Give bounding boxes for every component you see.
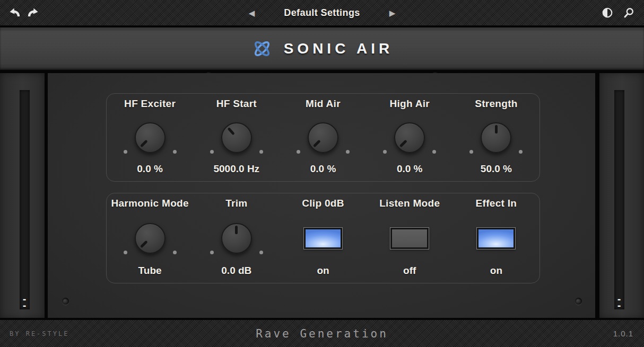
- knob-max-dot: [259, 150, 263, 154]
- knob-pointer: [495, 125, 498, 134]
- control-listen-mode: Listen Mode off: [367, 193, 453, 283]
- hf-exciter-knob[interactable]: [135, 122, 166, 153]
- main-panel: HF Exciter 0.0 % HF Start: [48, 73, 595, 318]
- control-value: 50.0 %: [481, 163, 512, 176]
- preset-prev-button[interactable]: ◀: [249, 9, 255, 17]
- knob-pointer: [235, 226, 238, 234]
- knob-min-dot: [210, 251, 214, 254]
- control-mid-air: Mid Air 0.0 %: [280, 94, 366, 181]
- control-label: Trim: [225, 198, 247, 211]
- control-value: on: [317, 265, 329, 278]
- title-bar: ◀ Default Settings ▶: [0, 0, 644, 25]
- knob-max-dot: [173, 251, 177, 254]
- header-panel: SONIC AIR: [0, 28, 644, 70]
- control-effect-in: Effect In on: [453, 193, 539, 283]
- preset-next-button[interactable]: ▶: [389, 9, 396, 17]
- knob-min-dot: [469, 150, 473, 154]
- knob-pointer: [140, 139, 148, 147]
- left-level-meter: --: [20, 90, 30, 309]
- control-label: Mid Air: [306, 98, 341, 112]
- control-value: 0.0 dB: [221, 265, 251, 278]
- hf-start-knob[interactable]: [221, 122, 252, 153]
- control-value: 0.0 %: [397, 163, 423, 176]
- control-value: 0.0 %: [137, 163, 163, 176]
- knob-max-dot: [173, 150, 177, 154]
- strength-knob[interactable]: [481, 122, 511, 153]
- control-label: High Air: [389, 98, 430, 112]
- screw-icon: [575, 298, 582, 305]
- plugin-window: ◀ Default Settings ▶: [0, 0, 644, 347]
- effect-in-button[interactable]: [477, 228, 515, 249]
- knob-max-dot: [346, 150, 350, 154]
- knob-min-dot: [124, 251, 127, 254]
- control-strength: Strength 50.0 %: [453, 94, 539, 181]
- control-label: Clip 0dB: [302, 198, 344, 211]
- control-label: HF Start: [216, 98, 257, 112]
- preset-name[interactable]: Default Settings: [284, 7, 360, 19]
- knob-pointer: [140, 240, 148, 248]
- screw-icon: [62, 298, 69, 305]
- control-value: off: [403, 265, 416, 278]
- listen-mode-button[interactable]: [390, 228, 429, 249]
- high-air-knob[interactable]: [394, 122, 425, 153]
- knob-pointer: [227, 127, 234, 135]
- preset-selector: ◀ Default Settings ▶: [0, 0, 644, 25]
- left-meter-readout: --: [20, 296, 30, 309]
- knob-min-dot: [124, 150, 127, 154]
- knob-max-dot: [259, 251, 263, 254]
- control-value: on: [490, 265, 502, 278]
- knob-pointer: [399, 139, 407, 147]
- trim-knob[interactable]: [221, 223, 252, 254]
- logo: SONIC AIR: [251, 38, 394, 60]
- mid-air-knob[interactable]: [308, 122, 338, 153]
- knob-max-dot: [519, 150, 523, 154]
- version-text: 1.0.1: [613, 329, 633, 338]
- knob-min-dot: [383, 150, 387, 154]
- control-label: Harmonic Mode: [111, 198, 188, 211]
- control-trim: Trim 0.0 dB: [193, 193, 280, 283]
- plugin-title: Rave Generation: [0, 327, 644, 340]
- logo-text: SONIC AIR: [284, 40, 394, 57]
- right-level-meter: --: [614, 90, 624, 309]
- bottom-bar: BY RE-STYLE Rave Generation 1.0.1: [0, 320, 644, 347]
- clip-0db-button[interactable]: [304, 228, 342, 249]
- control-label: HF Exciter: [124, 98, 176, 112]
- control-value: 5000.0 Hz: [213, 163, 259, 176]
- knob-max-dot: [432, 150, 436, 154]
- exciter-group: HF Exciter 0.0 % HF Start: [106, 93, 540, 182]
- control-high-air: High Air 0.0 %: [367, 94, 453, 181]
- mode-group: Harmonic Mode Tube Trim: [106, 193, 540, 283]
- control-value: 0.0 %: [310, 163, 336, 176]
- control-clip-0db: Clip 0dB on: [280, 193, 366, 283]
- right-meter-strip: --: [599, 73, 644, 318]
- knob-min-dot: [210, 150, 214, 154]
- window-tools: [601, 0, 636, 25]
- right-meter-readout: --: [614, 296, 624, 309]
- left-meter-strip: --: [0, 73, 45, 318]
- control-label: Effect In: [476, 198, 517, 211]
- control-label: Listen Mode: [379, 198, 440, 211]
- zoom-icon[interactable]: [622, 6, 636, 20]
- contrast-icon[interactable]: [601, 6, 614, 20]
- harmonic-mode-knob[interactable]: [135, 223, 166, 254]
- swirl-atom-icon: [251, 38, 273, 60]
- control-hf-start: HF Start 5000.0 Hz: [193, 94, 280, 181]
- knob-pointer: [313, 139, 321, 147]
- control-label: Strength: [475, 98, 518, 112]
- control-harmonic-mode: Harmonic Mode Tube: [107, 193, 193, 283]
- knob-min-dot: [297, 150, 300, 154]
- control-value: Tube: [138, 265, 162, 278]
- control-hf-exciter: HF Exciter 0.0 %: [107, 94, 193, 181]
